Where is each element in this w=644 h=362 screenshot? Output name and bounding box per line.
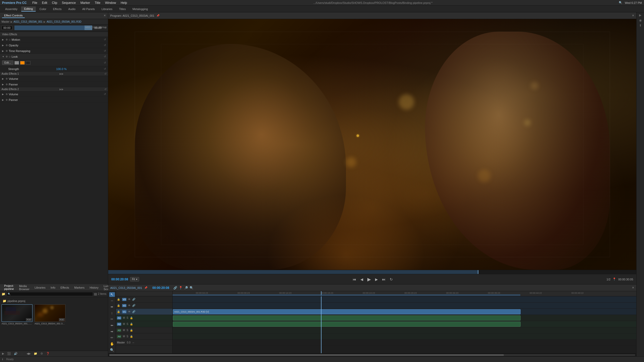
menu-sequence[interactable]: Sequence xyxy=(62,1,76,5)
status-btn-1[interactable]: ▶ xyxy=(2,352,4,355)
expand-opacity-icon[interactable]: ▶ xyxy=(2,44,5,47)
a3-mute-icon[interactable]: M xyxy=(123,329,125,332)
vol2-reset[interactable]: ↺ xyxy=(104,93,106,96)
fit-dropdown[interactable]: Fit ▾ xyxy=(130,277,139,281)
strength-value[interactable]: 100.0 % xyxy=(56,67,66,71)
menu-file[interactable]: File xyxy=(32,1,37,5)
tool-slide[interactable]: ➡ xyxy=(109,329,115,334)
tab-all-panels[interactable]: All Panels xyxy=(79,7,98,11)
monitor-markers-icon[interactable]: 📍 xyxy=(613,278,616,281)
a4-mute-icon[interactable]: M xyxy=(123,335,125,338)
timeremap-reset-icon[interactable]: ↺ xyxy=(104,49,106,52)
proj-clip-1[interactable]: R3D A021_C013_0503AI_001... 30:05 xyxy=(2,304,32,325)
tab-effects-proj[interactable]: Effects xyxy=(58,286,71,290)
tab-titles[interactable]: Titles xyxy=(116,7,129,11)
looks-reset-icon[interactable]: ↺ xyxy=(104,55,106,58)
v2-chain-icon[interactable]: 🔗 xyxy=(132,304,135,307)
audio-fx1-expand[interactable]: ▶▶ xyxy=(60,72,64,75)
tl-clip-a1[interactable] xyxy=(173,315,521,321)
tool-pen[interactable]: ✏ xyxy=(109,335,115,340)
tool-hand[interactable]: ✋ xyxy=(109,341,115,346)
tl-a1-row[interactable] xyxy=(173,315,636,321)
tl-v1-row[interactable]: A021_C013_0503AI_001.R3D [V] xyxy=(173,309,636,315)
timeline-close-icon[interactable]: ✕ xyxy=(632,286,634,289)
tl-zoom-out-btn[interactable]: 🔍 xyxy=(190,286,193,290)
menu-title[interactable]: Title xyxy=(95,1,100,5)
expand-motion-icon[interactable]: ▶ xyxy=(2,38,5,41)
tool-rate-stretch[interactable]: ↕ xyxy=(109,311,115,315)
tl-v3-row[interactable] xyxy=(173,296,636,303)
tl-snap-btn[interactable]: 🔗 xyxy=(173,286,177,290)
audio-fx2-expand[interactable]: ▶▶ xyxy=(60,88,64,91)
tab-media-browser[interactable]: Media Browser xyxy=(17,284,31,291)
a1-solo-icon[interactable]: 🔒 xyxy=(130,316,133,319)
tl-ruler[interactable]: 00:00:04:23 00:00:09:23 00:00:14:23 00:0… xyxy=(173,291,636,296)
tl-tab-pin[interactable]: 📌 xyxy=(144,286,147,289)
tab-libraries[interactable]: Libraries xyxy=(98,7,115,11)
transport-to-in[interactable]: ⏮ xyxy=(352,277,357,282)
tl-clip-v1[interactable]: A021_C013_0503AI_001.R3D [V] xyxy=(173,309,521,314)
status-btn-7[interactable]: ❓ xyxy=(46,352,50,355)
tool-slip[interactable]: ⬅ xyxy=(109,323,115,328)
a2-mute-icon[interactable]: M xyxy=(123,323,125,325)
program-close-icon[interactable]: ✕ xyxy=(632,14,634,17)
transport-to-out[interactable]: ⏭ xyxy=(381,277,387,282)
strip-icon-1[interactable]: ▶ xyxy=(639,13,641,17)
a1-mute-icon[interactable]: S xyxy=(126,316,128,319)
tl-v2-row[interactable] xyxy=(173,303,636,309)
tool-selection[interactable]: ↖ xyxy=(109,292,115,297)
tool-ripple[interactable]: ↔ xyxy=(109,298,115,303)
v2-vis-icon[interactable]: 👁 xyxy=(128,304,131,307)
v3-chain-icon[interactable]: 🔗 xyxy=(132,298,135,301)
breadcrumb-clip1[interactable]: A021_C013_0503AI_001 xyxy=(14,20,43,23)
monitor-playhead[interactable] xyxy=(478,270,478,274)
transport-play[interactable]: ▶ xyxy=(366,276,372,283)
tl-zoom-in-btn[interactable]: 🔎 xyxy=(184,286,188,290)
status-btn-3[interactable]: 🔊 xyxy=(14,352,18,355)
v1-lock-icon[interactable]: 🔒 xyxy=(117,310,121,313)
v1-chain-icon[interactable]: 🔗 xyxy=(132,310,135,313)
a3-solo-icon[interactable]: S xyxy=(126,329,128,332)
tl-a3-row[interactable] xyxy=(173,327,636,333)
tl-a2-row[interactable] xyxy=(173,321,636,327)
status-btn-4[interactable]: ◀▶ xyxy=(27,352,31,355)
tl-clip-a2[interactable] xyxy=(173,322,521,327)
proj-clip-2[interactable]: R3D A021_C013_0503AI_001 30:05 xyxy=(35,304,65,325)
v2-lock-icon[interactable]: 🔒 xyxy=(117,304,121,307)
tl-sequence-name[interactable]: A021_C013_0503AI_001 xyxy=(110,286,142,289)
expand-pan1-icon[interactable]: ▶ xyxy=(2,83,5,86)
breadcrumb-clip2[interactable]: A021_C013_0503AI_001.R3D xyxy=(47,20,81,23)
proj-search-icon[interactable]: 🔍 xyxy=(8,293,11,295)
menu-help[interactable]: Help xyxy=(121,1,127,5)
tab-info[interactable]: Info xyxy=(48,286,57,290)
looks-toolbar-reset[interactable]: ↺ xyxy=(104,61,106,64)
timecode-start[interactable]: 00:00 xyxy=(2,26,12,30)
tab-effects[interactable]: Effects xyxy=(50,7,65,11)
opacity-reset-icon[interactable]: ↺ xyxy=(104,44,106,47)
tab-assembly[interactable]: Assembly xyxy=(2,7,21,11)
proj-view-list-btn[interactable]: ▤ xyxy=(94,292,97,296)
looks-swatch-gray[interactable] xyxy=(14,61,19,65)
transport-step-fwd[interactable]: ▶ xyxy=(374,277,379,282)
expand-vol2-icon[interactable]: ▶ xyxy=(2,93,5,96)
a4-lock-icon[interactable]: 🔒 xyxy=(130,335,133,338)
motion-reset-icon[interactable]: ↺ xyxy=(104,38,106,41)
program-header-pin[interactable]: 📌 xyxy=(156,14,159,17)
tl-a4-row[interactable] xyxy=(173,333,636,340)
tl-add-markers-btn[interactable]: 📍 xyxy=(179,286,183,290)
tool-zoom-tl[interactable]: 🔍 xyxy=(109,348,115,352)
status-btn-2[interactable]: ⬛ xyxy=(7,352,11,355)
a2-solo-icon[interactable]: S xyxy=(126,323,128,325)
menu-clip[interactable]: Clip xyxy=(52,1,57,5)
status-btn-6[interactable]: ⚙ xyxy=(40,352,43,355)
proj-new-bin-btn[interactable]: 📁 xyxy=(2,292,5,296)
tl-master-row[interactable] xyxy=(173,340,636,346)
tab-color[interactable]: Color xyxy=(36,7,49,11)
menu-window[interactable]: Window xyxy=(105,1,116,5)
tl-timecode[interactable]: 00:00:20:08 xyxy=(152,286,169,290)
menu-edit[interactable]: Edit xyxy=(42,1,47,5)
monitor-current-timecode[interactable]: 00:00:20:08 xyxy=(111,278,128,281)
v3-lock-icon[interactable]: 🔒 xyxy=(117,298,121,301)
a3-lock-icon[interactable]: 🔒 xyxy=(130,329,133,332)
tab-audio[interactable]: Audio xyxy=(65,7,79,11)
